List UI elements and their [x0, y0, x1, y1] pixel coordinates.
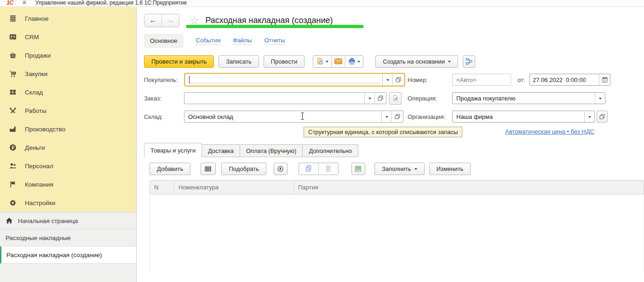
- 1c-logo: 1С: [6, 0, 13, 6]
- back-button[interactable]: ←: [144, 14, 161, 27]
- forward-button[interactable]: →: [161, 14, 179, 27]
- print-icon: [348, 58, 356, 65]
- sidebar-item-label: Склад: [25, 89, 43, 96]
- related-documents-button[interactable]: [463, 55, 475, 68]
- tab-osnovnoe[interactable]: Основное: [144, 34, 184, 48]
- order-source-button[interactable]: [389, 92, 402, 105]
- warehouse-label: Склад:: [144, 113, 184, 120]
- sidebar-item-glavnoe[interactable]: Главное: [0, 9, 136, 28]
- form-header: ← → ☆ Расходная накладная (создание): [144, 12, 644, 28]
- sidebar-item-nastroyki[interactable]: Настройки: [0, 194, 136, 212]
- operation-input[interactable]: [453, 93, 595, 104]
- edit-button[interactable]: Изменить: [429, 163, 471, 175]
- open-icon: [395, 114, 400, 119]
- buyer-open-button[interactable]: [392, 74, 404, 85]
- tab-goods-services[interactable]: Товары и услуги: [144, 143, 202, 157]
- main-menu-icon[interactable]: ≡: [23, 0, 26, 5]
- title-highlight: [186, 25, 363, 28]
- column-header-batch[interactable]: Партия: [293, 181, 644, 194]
- order-label: Заказ:: [144, 95, 184, 102]
- fill-button[interactable]: Заполнить: [374, 163, 425, 175]
- tab-payment[interactable]: Оплата (Вручную): [240, 144, 303, 157]
- postpone-document-icon: [316, 58, 324, 65]
- sidebar-item-prodazhi[interactable]: Продажи: [0, 46, 136, 65]
- save-button[interactable]: Записать: [218, 55, 259, 68]
- sidebar-item-kompaniya[interactable]: Компания: [0, 175, 136, 194]
- chevron-down-icon: [357, 61, 360, 64]
- warehouse-input[interactable]: [184, 111, 381, 122]
- barcode-scan-button[interactable]: [201, 163, 216, 175]
- column-header-nomenclature[interactable]: Номенклатура: [174, 181, 293, 194]
- pricing-link[interactable]: Автоматическая цена • без НДС: [505, 128, 594, 135]
- form-row-operation: Операция:: [408, 92, 605, 104]
- sidebar-item-invoice-new[interactable]: Расходная накладная (создание): [0, 247, 136, 264]
- tab-sobytiya[interactable]: События: [196, 37, 221, 45]
- sidebar-item-raboty[interactable]: Работы: [0, 101, 136, 120]
- table-settings-button[interactable]: [351, 163, 365, 175]
- sidebar-item-crm[interactable]: CRM: [0, 28, 136, 46]
- table-settings-icon: [355, 165, 362, 172]
- ruble-coin-icon: [8, 143, 17, 152]
- sidebar-item-proizvodstvo[interactable]: Производство: [0, 120, 136, 138]
- window-title-bar: 1С ≡ Управление нашей фирмой, редакция 1…: [0, 0, 644, 7]
- tab-additional[interactable]: Дополнительно: [303, 144, 358, 157]
- main-area: ← → ☆ Расходная накладная (создание) Осн…: [137, 7, 644, 282]
- sidebar-item-personal[interactable]: Персонал: [0, 157, 136, 175]
- operation-label: Операция:: [408, 95, 452, 102]
- organization-dropdown-button[interactable]: [584, 111, 594, 122]
- sidebar-item-label: Персонал: [25, 163, 53, 170]
- paste-rows-button[interactable]: [318, 163, 338, 175]
- footer-item-label: Расходные накладные: [6, 235, 71, 241]
- number-label: Номер:: [408, 76, 452, 83]
- order-open-button[interactable]: [374, 93, 386, 104]
- pick-items-button[interactable]: Подобрать: [221, 163, 266, 175]
- chevron-down-icon: [588, 116, 591, 119]
- print-button[interactable]: [345, 56, 363, 67]
- date-input[interactable]: [530, 74, 599, 85]
- sidebar-item-home-page[interactable]: Начальная страница: [0, 212, 136, 229]
- sidebar-item-label: Работы: [25, 107, 46, 114]
- calendar-icon: [602, 76, 608, 83]
- cart-icon: [8, 70, 17, 78]
- form-row-buyer: Покупатель: Номер: от:: [144, 73, 644, 86]
- visibility-button[interactable]: [274, 163, 288, 175]
- order-dropdown-button[interactable]: [364, 93, 374, 104]
- tab-otchety[interactable]: Отчеты: [264, 37, 285, 45]
- buyer-dropdown-button[interactable]: [382, 74, 392, 85]
- footer-item-label: Расходная накладная (создание): [6, 252, 102, 258]
- warehouse-open-button[interactable]: [391, 111, 403, 122]
- post-and-close-button[interactable]: Провести и закрыть: [144, 55, 214, 68]
- send-email-button[interactable]: [331, 56, 345, 67]
- warehouse-dropdown-button[interactable]: [381, 111, 391, 122]
- calendar-button[interactable]: [599, 74, 610, 85]
- postpone-document-button[interactable]: [313, 56, 331, 67]
- number-input[interactable]: [452, 74, 511, 86]
- buyer-input[interactable]: [185, 74, 382, 85]
- page-title: Расходная накладная (создание): [205, 16, 333, 25]
- history-buttons: ← →: [144, 14, 179, 27]
- sidebar-item-dengi[interactable]: Деньги: [0, 138, 136, 157]
- chevron-down-icon: [599, 98, 602, 101]
- column-header-n[interactable]: N: [150, 181, 174, 194]
- items-table-body[interactable]: [150, 194, 644, 273]
- favorite-star-icon[interactable]: ☆: [190, 15, 200, 26]
- tab-delivery[interactable]: Доставка: [202, 144, 240, 157]
- tab-fayly[interactable]: Файлы: [233, 37, 252, 45]
- create-based-on-button[interactable]: Создать на основании: [375, 55, 458, 68]
- add-row-button[interactable]: Добавить: [150, 163, 190, 175]
- flag-icon: [8, 180, 17, 188]
- people-icon: [8, 162, 17, 170]
- sidebar-item-sklad[interactable]: Склад: [0, 83, 136, 101]
- buyer-label: Покупатель:: [144, 76, 184, 83]
- operation-dropdown-button[interactable]: [595, 93, 605, 104]
- sidebar-item-invoices-list[interactable]: Расходные накладные: [0, 229, 136, 247]
- organization-open-button[interactable]: [597, 111, 608, 123]
- post-button[interactable]: Провести: [264, 55, 305, 68]
- organization-input[interactable]: [453, 111, 584, 122]
- visibility-icon: [277, 165, 284, 172]
- hint-row: Структурная единица, с которой списывают…: [144, 127, 644, 139]
- sidebar-item-zakupki[interactable]: Закупки: [0, 65, 136, 83]
- copy-rows-button[interactable]: [299, 163, 318, 175]
- order-input[interactable]: [184, 93, 364, 104]
- organization-combo: [452, 111, 595, 123]
